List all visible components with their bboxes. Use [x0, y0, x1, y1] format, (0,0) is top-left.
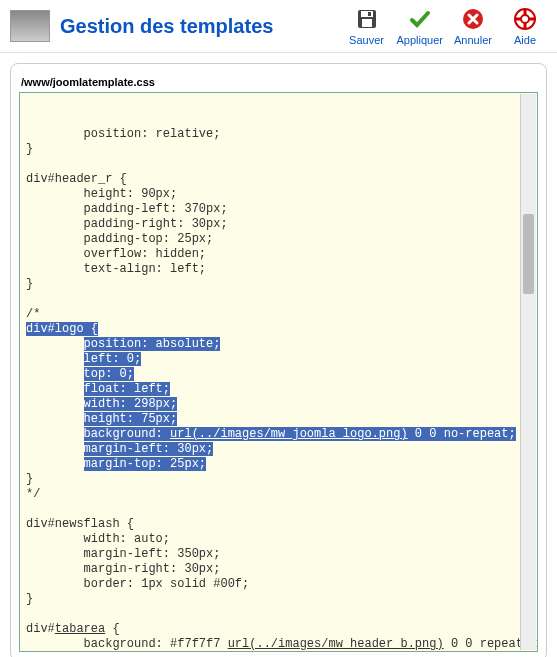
selection-line-9: margin-left: 30px;	[84, 442, 214, 456]
selection-line-7: height: 75px;	[84, 412, 178, 426]
url-2: url(../images/mw_header_b.png)	[228, 637, 444, 651]
header-bar: Gestion des templates Sauver Appliquer A…	[0, 0, 557, 53]
selection-line-8a: background:	[84, 427, 170, 441]
code-after-a: } */ div#newsflash { width: auto; margin…	[26, 472, 249, 636]
templates-icon	[10, 10, 50, 42]
editor-panel: /www/joomlatemplate.css position: relati…	[10, 63, 547, 657]
svg-rect-2	[362, 19, 372, 27]
lifebuoy-icon	[512, 6, 538, 32]
scrollbar-thumb[interactable]	[523, 214, 534, 294]
page-title: Gestion des templates	[60, 15, 345, 38]
cancel-icon	[460, 6, 486, 32]
code-editor[interactable]: position: relative; } div#header_r { hei…	[19, 92, 538, 652]
selection-line-6: width: 298px;	[84, 397, 178, 411]
help-label: Aide	[514, 34, 536, 46]
save-button[interactable]: Sauver	[345, 6, 389, 46]
check-icon	[407, 6, 433, 32]
selection-line-2: position: absolute;	[84, 337, 221, 351]
selection-line-8c: 0 0 no-repeat;	[408, 427, 516, 441]
save-label: Sauver	[349, 34, 384, 46]
help-button[interactable]: Aide	[503, 6, 547, 46]
selection-line-10: margin-top: 25px;	[84, 457, 206, 471]
selection-line-3: left: 0;	[84, 352, 142, 366]
code-before: position: relative; } div#header_r { hei…	[26, 127, 228, 321]
cancel-button[interactable]: Annuler	[451, 6, 495, 46]
apply-label: Appliquer	[397, 34, 443, 46]
svg-point-6	[521, 15, 529, 23]
toolbar: Sauver Appliquer Annuler Aide	[345, 6, 547, 46]
file-path: /www/joomlatemplate.css	[19, 72, 538, 92]
apply-button[interactable]: Appliquer	[397, 6, 443, 46]
svg-rect-1	[361, 11, 373, 17]
svg-rect-3	[368, 12, 371, 16]
cancel-label: Annuler	[454, 34, 492, 46]
selection-line-5: float: left;	[84, 382, 170, 396]
floppy-icon	[354, 6, 380, 32]
selection-url-1: url(../images/mw_joomla_logo.png)	[170, 427, 408, 441]
code-content[interactable]: position: relative; } div#header_r { hei…	[20, 123, 537, 652]
tabarea-word: tabarea	[55, 622, 105, 636]
selection-line-1: div#logo {	[26, 322, 98, 336]
selection-line-4: top: 0;	[84, 367, 134, 381]
scrollbar[interactable]	[520, 94, 536, 650]
